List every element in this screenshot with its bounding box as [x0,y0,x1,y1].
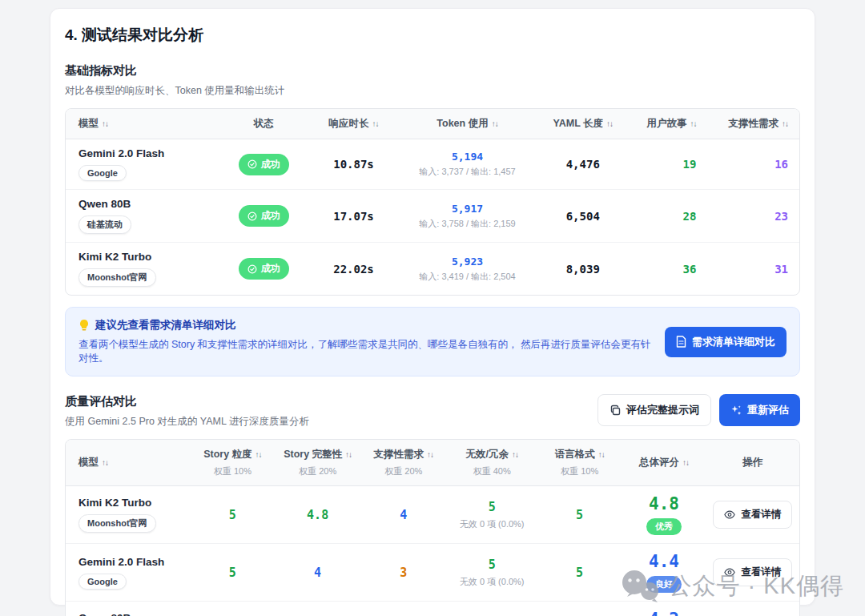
sort-icon[interactable]: ↑↓ [255,450,262,459]
model-name: Kimi K2 Turbo [78,251,213,263]
quality-eval-table: 模型↑↓ Story 粒度↑↓权重 10% Story 完整性↑↓权重 20% … [65,439,800,616]
lightbulb-icon [78,319,90,332]
sort-icon[interactable]: ↑↓ [372,119,379,128]
score-invalid: 5 [453,558,531,572]
support-req-count: 31 [774,263,788,276]
col-header-status: 状态 [219,109,308,139]
provider-badge: Google [78,165,127,181]
user-stories-count: 36 [683,263,697,276]
col-header-action: 操作 [706,440,799,486]
provider-badge: Google [78,574,127,590]
col-header-supports[interactable]: 支撑性需求↑↓权重 20% [360,440,446,486]
col-header-token[interactable]: Token 使用↑↓ [400,109,535,139]
sort-icon[interactable]: ↑↓ [512,450,518,459]
basic-section-subtitle: 对比各模型的响应时长、Token 使用量和输出统计 [65,84,800,98]
model-name: Gemini 2.0 Flash [78,556,184,568]
quality-section-subtitle: 使用 Gemini 2.5 Pro 对生成的 YAML 进行深度质量分析 [65,415,309,429]
sort-icon[interactable]: ↑↓ [102,458,108,467]
status-badge: 成功 [239,205,289,227]
col-header-language[interactable]: 语言格式↑↓权重 10% [537,440,622,486]
model-name: Qwen 80B [78,198,213,210]
user-stories-count: 19 [683,158,697,171]
quality-section-title: 质量评估对比 [65,394,309,409]
view-details-button[interactable]: 查看详情 [713,558,792,586]
model-name: Gemini 2.0 Flash [78,147,213,159]
grade-badge: 良好 [646,576,682,593]
basic-header-row: 模型↑↓ 状态 响应时长↑↓ Token 使用↑↓ YAML 长度↑↓ 用户故事… [66,109,799,139]
table-row: Qwen 80B硅基流动 成功 17.07s 5,917输入: 3,758 / … [66,190,799,243]
yaml-length: 6,504 [566,210,600,223]
col-header-completeness[interactable]: Story 完整性↑↓权重 20% [275,440,360,486]
basic-section-title: 基础指标对比 [65,63,800,79]
col-header-yaml[interactable]: YAML 长度↑↓ [535,109,630,139]
re-evaluate-button[interactable]: 重新评估 [719,394,800,426]
yaml-length: 8,039 [566,263,600,276]
suggestion-banner: 建议先查看需求清单详细对比 查看两个模型生成的 Story 和支撑性需求的详细对… [65,307,800,376]
sparkles-icon [730,405,742,416]
score-invalid: 5 [453,500,531,514]
col-header-supports[interactable]: 支撑性需求↑↓ [707,109,799,139]
col-header-stories[interactable]: 用户故事↑↓ [630,109,707,139]
col-header-model[interactable]: 模型↑↓ [66,440,191,486]
check-circle-icon [247,264,257,274]
check-circle-icon [247,159,257,169]
score-language: 5 [576,566,583,580]
banner-title: 建议先查看需求清单详细对比 [78,318,652,332]
quality-section-header: 质量评估对比 使用 Gemini 2.5 Pro 对生成的 YAML 进行深度质… [65,394,800,429]
weight-label: 权重 10% [197,465,268,477]
weight-label: 权重 40% [453,465,531,477]
overall-score: 4.4 [628,552,699,571]
sort-icon[interactable]: ↑↓ [598,450,605,459]
overall-score: 4.2 [628,610,699,616]
score-completeness: 4 [314,566,321,580]
response-time: 10.87s [333,158,374,171]
score-language: 5 [576,508,583,522]
table-row: Qwen 80B硅基流动 4.2 4.7 4 4无效 8 项 (15.0%) 4… [66,602,799,616]
score-granularity: 5 [229,566,236,580]
col-header-granularity[interactable]: Story 粒度↑↓权重 10% [191,440,275,486]
token-detail: 输入: 3,737 / 输出: 1,457 [406,166,529,178]
document-icon [676,336,686,348]
banner-text: 建议先查看需求清单详细对比 查看两个模型生成的 Story 和支撑性需求的详细对… [78,318,652,365]
banner-body: 查看两个模型生成的 Story 和支撑性需求的详细对比，了解哪些需求是共同的、哪… [78,338,652,365]
sort-icon[interactable]: ↑↓ [102,119,108,128]
overall-score: 4.8 [628,494,699,513]
model-name: Kimi K2 Turbo [78,497,184,509]
sort-icon[interactable]: ↑↓ [492,119,498,128]
view-details-button[interactable]: 查看详情 [713,501,792,529]
col-header-invalid[interactable]: 无效/冗余↑↓权重 40% [446,440,537,486]
sort-icon[interactable]: ↑↓ [427,450,433,459]
score-granularity: 5 [229,508,236,522]
yaml-length: 4,476 [566,158,600,171]
invalid-detail: 无效 0 项 (0.0%) [453,518,531,530]
token-total: 5,917 [406,203,529,215]
token-detail: 输入: 3,758 / 输出: 2,159 [406,218,529,230]
col-header-time[interactable]: 响应时长↑↓ [308,109,400,139]
provider-badge: Moonshot官网 [78,514,156,533]
page-title: 4. 测试结果对比分析 [65,25,800,46]
user-stories-count: 28 [683,210,697,223]
response-time: 22.02s [333,263,374,276]
eval-prompt-button[interactable]: 评估完整提示词 [597,394,711,426]
col-header-model[interactable]: 模型↑↓ [66,109,219,139]
check-circle-icon [247,211,257,221]
requirements-compare-button[interactable]: 需求清单详细对比 [665,327,787,357]
score-supports: 3 [400,566,407,580]
status-badge: 成功 [239,154,289,175]
model-name: Qwen 80B [78,612,184,616]
score-supports: 4 [400,508,407,522]
quality-header-row: 模型↑↓ Story 粒度↑↓权重 10% Story 完整性↑↓权重 20% … [66,440,799,486]
weight-label: 权重 20% [367,465,440,477]
sort-icon[interactable]: ↑↓ [682,458,689,467]
weight-label: 权重 10% [544,465,615,477]
basic-metrics-table: 模型↑↓ 状态 响应时长↑↓ Token 使用↑↓ YAML 长度↑↓ 用户故事… [65,108,800,296]
sort-icon[interactable]: ↑↓ [606,119,613,128]
sort-icon[interactable]: ↑↓ [782,119,788,128]
grade-badge: 优秀 [646,518,682,535]
invalid-detail: 无效 0 项 (0.0%) [453,576,531,588]
col-header-overall[interactable]: 总体评分↑↓ [622,440,706,486]
table-row: Gemini 2.0 FlashGoogle 5 4 3 5无效 0 项 (0.… [66,544,799,602]
sort-icon[interactable]: ↑↓ [345,450,352,459]
sort-icon[interactable]: ↑↓ [690,119,696,128]
token-total: 5,194 [406,151,529,163]
